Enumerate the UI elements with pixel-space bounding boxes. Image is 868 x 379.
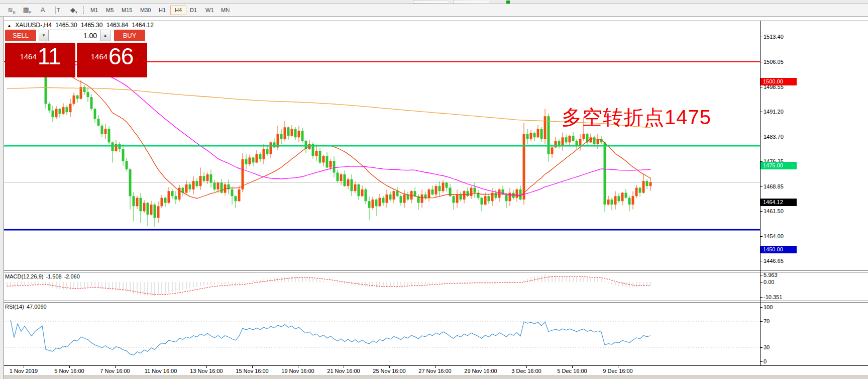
slow-ma <box>7 87 650 128</box>
chart-window: 1513.401506.051498.551491.201483.701476.… <box>0 17 868 379</box>
ask-quote-tile[interactable]: 146466 <box>77 43 147 77</box>
date-label: 25 Nov 16:00 <box>373 368 405 374</box>
date-label: 19 Nov 16:00 <box>281 368 314 374</box>
toolbar-separator <box>229 6 229 15</box>
bid-pips: 11 <box>38 43 61 69</box>
timeframe-button-M1[interactable]: M1 <box>86 6 102 15</box>
price-axis-tick: 1454.00 <box>764 233 784 240</box>
price-axis-tick: 1468.85 <box>764 183 784 190</box>
macd-axis-tick: 5.963 <box>764 271 778 278</box>
macd-histogram <box>7 274 650 296</box>
rsi-name: RSI(14) <box>5 304 24 310</box>
price-axis-tick: 1483.70 <box>764 133 784 140</box>
open-value: 1465.30 <box>55 22 77 29</box>
date-label: 11 Nov 16:00 <box>145 368 177 374</box>
cropped-upper-toolbar <box>0 0 868 4</box>
window-bottom-strip <box>0 375 868 379</box>
chart-annotation-text: 多空转折点1475 <box>562 104 711 131</box>
low-value: 1463.84 <box>106 22 128 29</box>
buy-button[interactable]: BUY <box>114 30 145 41</box>
toolbar-drag-handle[interactable] <box>83 6 84 14</box>
bid-quote-tile[interactable]: 146411 <box>5 43 75 77</box>
macd-axis-tick: -10.351 <box>764 294 782 301</box>
timeframe-button-H1[interactable]: H1 <box>155 6 170 15</box>
text-box-icon[interactable]: T <box>52 5 65 15</box>
rsi-axis-tick: 0 <box>764 358 767 365</box>
symbol-label: XAUUSD-,H4 <box>15 22 52 29</box>
sell-button[interactable]: SELL <box>5 30 36 41</box>
date-label: 7 Nov 16:00 <box>100 368 130 374</box>
rsi-axis-tick: 100 <box>764 304 773 311</box>
direction-icon: ▲ <box>7 23 12 28</box>
timeframe-button-D1[interactable]: D1 <box>186 6 201 15</box>
date-label: 3 Dec 16:00 <box>511 368 541 374</box>
cursor-tool-icon[interactable]: ◆▾ <box>67 5 80 15</box>
ghost-box <box>413 1 449 4</box>
rsi-axis-tick: 30 <box>764 344 770 351</box>
timeframe-button-MN[interactable]: MN <box>217 6 234 15</box>
macd-main-value: -1.508 <box>46 273 61 279</box>
date-label: 27 Nov 16:00 <box>418 368 451 374</box>
rsi-label: RSI(14)47.0090 <box>5 304 49 310</box>
volume-decrease-button[interactable]: ▼ <box>39 30 49 41</box>
date-label: 13 Nov 16:00 <box>190 368 223 374</box>
chart-ohlc-header: ▲ XAUUSD-,H4 1465.30 1465.30 1463.84 146… <box>7 22 156 29</box>
volume-input[interactable] <box>49 30 100 41</box>
close-value: 1464.12 <box>132 22 154 29</box>
ask-main: 1464 <box>91 52 107 61</box>
date-label: 9 Dec 16:00 <box>603 368 632 374</box>
macd-label: MACD(12,26,9)-1.508-2.060 <box>5 273 82 279</box>
date-label: 5 Dec 16:00 <box>557 368 587 374</box>
bid-main: 1464 <box>20 52 36 61</box>
macd-name: MACD(12,26,9) <box>5 273 43 279</box>
price-axis-tick: 1491.20 <box>764 108 784 115</box>
timeframe-button-M5[interactable]: M5 <box>102 6 118 15</box>
chart-toolbar: ≋E▦FAT◆▾ M1M5M15M30H1H4D1W1MN <box>0 4 868 17</box>
ask-pips: 66 <box>108 43 133 69</box>
text-label-icon[interactable]: A <box>36 5 49 15</box>
date-label: 5 Nov 16:00 <box>54 368 84 374</box>
macd-signal-value: -2.060 <box>64 273 80 279</box>
rsi-value: 47.0090 <box>27 304 47 310</box>
expert-advisor-icon[interactable]: ≋E <box>5 5 18 15</box>
macd-plot[interactable] <box>0 272 760 301</box>
price-tag-1500.00: 1500.00 <box>761 78 797 85</box>
date-axis: 1 Nov 20195 Nov 16:007 Nov 16:0011 Nov 1… <box>0 365 868 376</box>
timeframe-button-W1[interactable]: W1 <box>201 6 218 15</box>
date-label: 1 Nov 2019 <box>10 368 38 374</box>
volume-increase-button[interactable]: ▲ <box>100 30 111 41</box>
price-axis-tick: 1506.05 <box>764 58 784 65</box>
indicator-icon[interactable]: ▦F <box>21 5 34 15</box>
rsi-line <box>11 320 650 355</box>
price-tag-1475.00: 1475.00 <box>761 162 797 169</box>
macd-axis-tick: 0.00 <box>764 278 774 286</box>
window-left-frame <box>0 17 4 379</box>
price-tag-1450.00: 1450.00 <box>761 246 797 253</box>
ghost-box <box>453 1 489 4</box>
price-axis-tick: 1446.65 <box>764 257 784 264</box>
rsi-axis-tick: 70 <box>764 318 770 325</box>
price-axis-tick: 1513.40 <box>764 33 784 40</box>
rsi-plot[interactable] <box>0 303 760 365</box>
price-axis-tick: 1461.50 <box>764 208 784 215</box>
date-label: 21 Nov 16:00 <box>327 368 360 374</box>
timeframe-button-H4[interactable]: H4 <box>170 6 186 15</box>
date-label: 15 Nov 16:00 <box>236 368 268 374</box>
date-label: 29 Nov 16:00 <box>464 368 497 374</box>
price-tag-1464.12: 1464.12 <box>761 199 797 206</box>
status-green-icon <box>506 1 510 4</box>
macd-signal-line <box>7 276 650 295</box>
timeframe-button-M15[interactable]: M15 <box>118 6 136 15</box>
high-value: 1465.30 <box>81 22 102 29</box>
timeframe-button-M30[interactable]: M30 <box>136 6 155 15</box>
